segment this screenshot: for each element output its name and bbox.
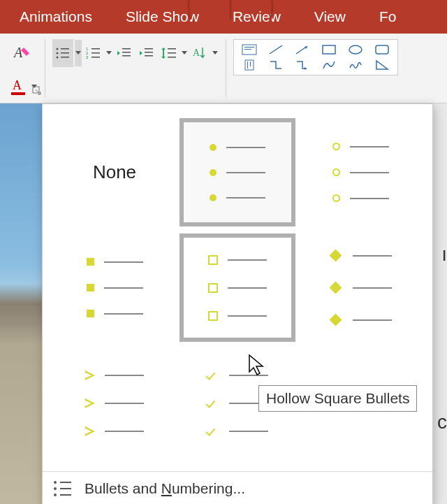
clear-formatting-button[interactable]: A (7, 39, 35, 67)
numbering-button[interactable]: 123 (83, 39, 104, 67)
hollow-round-icon (332, 168, 340, 176)
hollow-round-icon (332, 143, 340, 150)
list-icon (54, 481, 72, 496)
shape-rounded-rect[interactable] (369, 43, 395, 57)
shape-line-arrow[interactable] (290, 43, 315, 57)
decrease-indent-button[interactable] (114, 39, 135, 67)
ribbon-tabs: Animations Slide Show Review View Fo (0, 0, 447, 34)
svg-point-9 (57, 57, 59, 59)
filled-round-icon (210, 194, 217, 201)
shape-freeform[interactable] (316, 58, 342, 72)
hollow-square-icon (208, 255, 218, 265)
tab-animations[interactable]: Animations (6, 0, 106, 34)
filled-round-icon (210, 169, 217, 176)
bullet-option-filled-square[interactable] (57, 233, 173, 342)
text-direction-caret[interactable] (212, 40, 219, 66)
svg-rect-37 (247, 62, 248, 69)
four-diamond-icon (329, 313, 343, 327)
shape-right-triangle[interactable] (369, 58, 395, 72)
svg-rect-30 (244, 49, 251, 50)
increase-indent-button[interactable] (136, 39, 157, 67)
bullet-option-none[interactable]: None (57, 118, 173, 226)
svg-rect-21 (145, 52, 153, 53)
svg-text:A: A (13, 78, 22, 92)
bullet-option-filled-round[interactable] (179, 118, 295, 226)
paragraph-group: 123 A (45, 39, 226, 97)
svg-rect-33 (323, 45, 335, 54)
svg-rect-25 (168, 52, 176, 54)
svg-rect-14 (91, 52, 100, 54)
line-spacing-button[interactable] (159, 39, 179, 67)
arrow-icon (85, 370, 95, 380)
hollow-square-icon (208, 311, 218, 321)
shapes-gallery[interactable] (233, 39, 398, 75)
svg-rect-29 (244, 47, 254, 48)
filled-square-icon (87, 284, 94, 291)
bullet-option-hollow-square[interactable] (179, 233, 295, 342)
svg-rect-12 (91, 48, 100, 50)
hollow-square-icon (208, 283, 218, 293)
checkmark-icon (207, 426, 219, 436)
tab-review[interactable]: Review (219, 0, 295, 34)
shape-elbow-arrow[interactable] (290, 58, 315, 72)
bullet-option-arrow[interactable] (57, 349, 173, 457)
four-diamond-icon (329, 281, 343, 295)
bullet-option-hollow-round[interactable] (302, 118, 418, 226)
slide-text-partial-2: c (437, 411, 447, 433)
svg-rect-23 (163, 49, 164, 57)
slide-text-partial: ı (441, 243, 447, 266)
svg-rect-36 (245, 60, 254, 70)
none-label: None (93, 161, 136, 183)
footer-label: Bullets and Numbering... (85, 480, 245, 497)
tab-view[interactable]: View (300, 0, 360, 34)
svg-rect-35 (376, 45, 388, 54)
shape-line[interactable] (263, 43, 288, 57)
svg-rect-3 (11, 92, 25, 95)
shape-scribble[interactable] (343, 58, 368, 72)
svg-rect-8 (61, 52, 69, 54)
four-diamond-icon (329, 249, 343, 263)
svg-point-5 (57, 48, 59, 50)
slide-background-image (0, 103, 42, 504)
drawing-group (226, 39, 405, 97)
bullets-dropdown-menu: None (42, 103, 433, 504)
bullet-options-grid: None (43, 104, 432, 471)
hollow-round-icon (332, 194, 340, 202)
bullet-option-four-diamond[interactable] (302, 233, 418, 342)
svg-rect-38 (250, 62, 251, 66)
svg-rect-26 (168, 57, 176, 58)
svg-point-7 (57, 52, 59, 55)
tab-slide-show[interactable]: Slide Show (112, 0, 213, 34)
svg-rect-17 (122, 48, 131, 50)
text-direction-button[interactable]: A (189, 39, 210, 67)
svg-point-34 (349, 45, 362, 54)
bullets-and-numbering-item[interactable]: Bullets and Numbering... (43, 471, 432, 504)
bullets-button[interactable] (52, 39, 73, 67)
svg-rect-20 (145, 48, 153, 50)
font-color-button[interactable]: A (7, 73, 29, 101)
svg-rect-24 (168, 48, 176, 50)
filled-round-icon (210, 144, 217, 151)
shape-textbox-vert[interactable] (237, 58, 262, 72)
shape-elbow[interactable] (263, 58, 288, 72)
svg-rect-19 (122, 55, 131, 57)
svg-rect-16 (91, 57, 100, 58)
tab-format-partial[interactable]: Fo (365, 0, 411, 34)
checkmark-icon (207, 398, 219, 408)
font-group: A A (0, 39, 45, 97)
arrow-icon (85, 426, 95, 436)
tooltip: Hollow Square Bullets (258, 385, 417, 412)
svg-rect-18 (122, 52, 131, 53)
line-spacing-caret[interactable] (181, 40, 188, 66)
filled-square-icon (87, 310, 94, 317)
shape-rectangle[interactable] (316, 43, 342, 57)
shape-oval[interactable] (343, 43, 368, 57)
arrow-icon (85, 398, 95, 408)
shape-textbox[interactable] (237, 43, 262, 57)
slide-canvas: ı c None (0, 103, 447, 504)
bullets-dropdown-caret[interactable] (75, 40, 82, 66)
checkmark-icon (207, 370, 219, 380)
numbering-dropdown-caret[interactable] (105, 40, 112, 66)
svg-rect-22 (145, 55, 153, 57)
font-dialog-launcher[interactable] (32, 86, 43, 97)
